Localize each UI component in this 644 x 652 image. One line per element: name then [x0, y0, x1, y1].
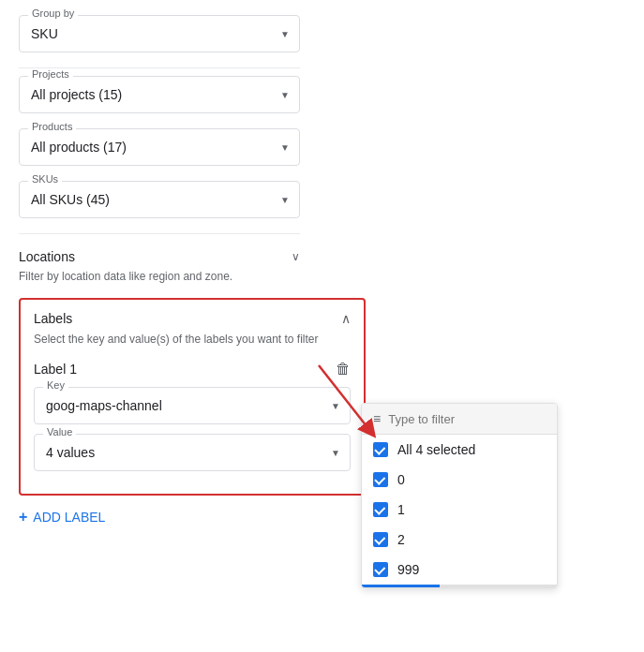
- plus-icon: +: [19, 509, 27, 526]
- skus-label: SKUs: [28, 173, 62, 185]
- popup-filter-row: ≡: [362, 404, 557, 435]
- group-by-dropdown[interactable]: Group by SKU: [19, 15, 300, 52]
- locations-desc: Filter by location data like region and …: [19, 270, 300, 283]
- locations-section: Locations ∨ Filter by location data like…: [19, 242, 625, 283]
- labels-chevron-icon[interactable]: ∧: [341, 311, 351, 326]
- popup-item-2[interactable]: 2: [362, 525, 557, 555]
- popup-item-all-label: All 4 selected: [397, 442, 475, 457]
- products-filter: Products All products (17): [19, 128, 625, 166]
- products-box[interactable]: All products (17): [19, 128, 300, 166]
- key-value: goog-maps-channel: [46, 398, 162, 413]
- labels-title: Labels: [34, 311, 72, 326]
- value-field-label: Value: [43, 426, 76, 437]
- group-by-box[interactable]: SKU: [19, 15, 300, 52]
- popup-item-999-label: 999: [397, 562, 419, 577]
- value-dropdown-wrapper: Value 4 values: [34, 434, 351, 471]
- popup-item-all[interactable]: All 4 selected: [362, 435, 557, 465]
- projects-filter: Projects All projects (15): [19, 76, 625, 113]
- popup-checkbox-2[interactable]: [373, 532, 388, 547]
- group-by-label: Group by: [28, 7, 78, 19]
- group-by-arrow-icon: [280, 27, 290, 40]
- skus-box[interactable]: All SKUs (45): [19, 181, 300, 218]
- locations-title: Locations: [19, 249, 75, 264]
- products-value: All products (17): [31, 140, 127, 155]
- divider-2: [19, 233, 300, 234]
- popup-item-999[interactable]: 999: [362, 555, 557, 585]
- popup-item-1-label: 1: [397, 502, 405, 517]
- products-dropdown[interactable]: Products All products (17): [19, 128, 300, 166]
- page-container: Group by SKU Projects All projects (15) …: [0, 0, 644, 541]
- locations-chevron-icon: ∨: [292, 250, 300, 263]
- popup-checkbox-1[interactable]: [373, 502, 388, 517]
- popup-checkbox-0[interactable]: [373, 472, 388, 487]
- label-1-title: Label 1 🗑: [34, 361, 351, 378]
- projects-value: All projects (15): [31, 87, 122, 102]
- skus-arrow-icon: [280, 193, 290, 206]
- skus-dropdown[interactable]: SKUs All SKUs (45): [19, 181, 300, 218]
- key-arrow-icon: [331, 399, 340, 412]
- value-dropdown-popup: ≡ All 4 selected 0 1 2 999: [361, 403, 558, 588]
- labels-header: Labels ∧: [34, 311, 351, 326]
- projects-dropdown[interactable]: Projects All projects (15): [19, 76, 300, 113]
- skus-filter: SKUs All SKUs (45): [19, 181, 625, 218]
- popup-item-0[interactable]: 0: [362, 465, 557, 495]
- popup-scrollbar: [362, 585, 557, 587]
- popup-item-2-label: 2: [397, 532, 405, 547]
- popup-scrollbar-inner: [362, 585, 440, 587]
- projects-label: Projects: [28, 68, 73, 80]
- skus-value: All SKUs (45): [31, 192, 110, 207]
- label-1-item: Label 1 🗑 Key goog-maps-channel Value: [34, 361, 351, 471]
- add-label-label: ADD LABEL: [33, 510, 105, 525]
- products-arrow-icon: [280, 141, 290, 154]
- projects-box[interactable]: All projects (15): [19, 76, 300, 113]
- value-dropdown[interactable]: 4 values: [34, 434, 351, 471]
- key-field-label: Key: [43, 379, 68, 391]
- group-by-value: SKU: [31, 26, 58, 41]
- labels-section: Labels ∧ Select the key and value(s) of …: [19, 298, 366, 496]
- products-label: Products: [28, 121, 76, 132]
- key-field: Key goog-maps-channel: [34, 387, 351, 424]
- projects-arrow-icon: [280, 88, 290, 101]
- key-dropdown-wrapper: Key goog-maps-channel: [34, 387, 351, 424]
- labels-desc: Select the key and value(s) of the label…: [34, 332, 351, 348]
- group-by-filter: Group by SKU: [19, 15, 625, 52]
- popup-checkbox-all[interactable]: [373, 442, 388, 457]
- locations-header[interactable]: Locations ∨: [19, 242, 300, 268]
- filter-icon: ≡: [373, 411, 381, 426]
- popup-item-1[interactable]: 1: [362, 495, 557, 525]
- add-label-button[interactable]: + ADD LABEL: [19, 509, 105, 526]
- value-arrow-icon: [331, 446, 340, 459]
- value-value: 4 values: [46, 445, 95, 460]
- popup-item-0-label: 0: [397, 472, 405, 487]
- popup-checkbox-999[interactable]: [373, 562, 388, 577]
- key-dropdown[interactable]: goog-maps-channel: [34, 387, 351, 424]
- value-field: Value 4 values: [34, 434, 351, 471]
- popup-filter-input[interactable]: [388, 412, 546, 426]
- delete-label-icon[interactable]: 🗑: [336, 361, 351, 378]
